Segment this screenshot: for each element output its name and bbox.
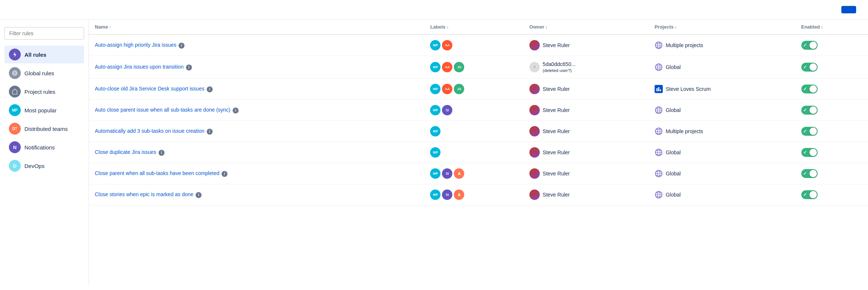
owner-info: Steve Ruler bbox=[529, 168, 643, 179]
label-avatars: MPAAJS bbox=[430, 84, 517, 94]
table-row: Auto-close old Jira Service Desk support… bbox=[89, 79, 868, 100]
table-row: Auto-assign Jira issues upon transitioni… bbox=[89, 56, 868, 79]
owner-info: ? 5da0ddc650...(deleted user?) bbox=[529, 61, 643, 73]
owner-cell: Steve Ruler bbox=[523, 79, 649, 100]
project-info: Multiple projects bbox=[655, 127, 789, 135]
projects-cell: Steve Loves Scrum bbox=[649, 79, 795, 100]
enabled-cell: ✓ bbox=[795, 79, 868, 100]
project-label: Global bbox=[666, 149, 681, 155]
project-info: Global bbox=[655, 191, 789, 199]
owner-info: Steve Ruler bbox=[529, 84, 643, 94]
owner-name: Steve Ruler bbox=[543, 107, 570, 113]
labels-cell: MPAAJS bbox=[424, 79, 523, 100]
owner-avatar bbox=[529, 168, 540, 179]
info-icon[interactable]: i bbox=[186, 65, 192, 70]
owner-name: Steve Ruler bbox=[543, 86, 570, 92]
globe-icon bbox=[655, 127, 663, 135]
sidebar-label-distributed-teams: Distributed teams bbox=[24, 126, 68, 132]
owner-cell: Steve Ruler bbox=[523, 121, 649, 142]
info-icon[interactable]: i bbox=[233, 108, 239, 113]
owner-cell: Steve Ruler bbox=[523, 34, 649, 56]
info-icon[interactable]: i bbox=[159, 150, 164, 156]
enabled-toggle[interactable]: ✓ bbox=[801, 106, 818, 115]
label-avatar-badge: AA bbox=[442, 84, 452, 94]
rule-link[interactable]: Close stories when epic is marked as don… bbox=[95, 191, 193, 197]
enabled-toggle[interactable]: ✓ bbox=[801, 85, 818, 93]
rule-link[interactable]: Auto close parent issue when all sub-tas… bbox=[95, 107, 230, 113]
enabled-toggle[interactable]: ✓ bbox=[801, 127, 818, 136]
rule-link[interactable]: Auto-close old Jira Service Desk support… bbox=[95, 86, 204, 92]
svg-point-29 bbox=[533, 129, 536, 132]
enabled-toggle[interactable]: ✓ bbox=[801, 41, 818, 50]
info-icon[interactable]: i bbox=[179, 43, 184, 49]
label-avatar-badge: MP bbox=[430, 84, 440, 94]
enabled-cell: ✓ bbox=[795, 184, 868, 205]
rule-link[interactable]: Automatically add 3 sub-tasks on issue c… bbox=[95, 128, 204, 134]
enabled-toggle[interactable]: ✓ bbox=[801, 169, 818, 178]
svg-point-51 bbox=[532, 195, 537, 198]
sidebar-item-global-rules[interactable]: Global rules bbox=[4, 64, 84, 82]
project-info: Global bbox=[655, 148, 789, 156]
col-header-enabled[interactable]: Enabled↕ bbox=[795, 20, 868, 34]
filter-rules-input[interactable] bbox=[4, 27, 84, 40]
svg-rect-20 bbox=[658, 87, 659, 91]
svg-point-22 bbox=[533, 108, 536, 111]
projects-cell: Global bbox=[649, 142, 795, 163]
rule-link[interactable]: Close parent when all sub-tasks have bee… bbox=[95, 170, 219, 176]
svg-point-17 bbox=[533, 87, 536, 90]
label-avatar-badge: MP bbox=[430, 126, 440, 136]
toggle-thumb bbox=[809, 191, 817, 198]
owner-info: Steve Ruler bbox=[529, 105, 643, 115]
info-icon[interactable]: i bbox=[207, 86, 213, 92]
project-info: Steve Loves Scrum bbox=[655, 85, 789, 93]
sidebar-item-project-rules[interactable]: Project rules bbox=[4, 83, 84, 100]
sidebar-item-distributed-teams[interactable]: DTDistributed teams bbox=[4, 120, 84, 138]
sidebar-label-devops: DevOps bbox=[24, 163, 44, 169]
enabled-cell: ✓ bbox=[795, 100, 868, 121]
label-avatar-badge: MP bbox=[430, 190, 440, 200]
create-rule-button[interactable] bbox=[841, 6, 856, 13]
owner-avatar bbox=[529, 105, 540, 115]
sidebar-item-notifications[interactable]: NNotifications bbox=[4, 138, 84, 156]
enabled-toggle[interactable]: ✓ bbox=[801, 190, 818, 199]
projects-cell: Multiple projects bbox=[649, 121, 795, 142]
col-header-name[interactable]: Name↑ bbox=[89, 20, 424, 34]
toggle-thumb bbox=[809, 149, 817, 156]
toggle-check-icon: ✓ bbox=[803, 43, 807, 48]
info-icon[interactable]: i bbox=[196, 192, 202, 198]
col-header-projects[interactable]: Projects↕ bbox=[649, 20, 795, 34]
enabled-cell: ✓ bbox=[795, 121, 868, 142]
label-avatar-badge: AA bbox=[442, 40, 452, 50]
sort-icon-labels: ↕ bbox=[447, 25, 449, 29]
enabled-toggle[interactable]: ✓ bbox=[801, 63, 818, 72]
project-label: Multiple projects bbox=[666, 128, 703, 134]
sidebar-item-devops[interactable]: DDevOps bbox=[4, 157, 84, 175]
enabled-toggle[interactable]: ✓ bbox=[801, 148, 818, 157]
project-label: Global bbox=[666, 64, 681, 70]
rule-link[interactable]: Close duplicate Jira issues bbox=[95, 149, 156, 155]
enabled-cell: ✓ bbox=[795, 142, 868, 163]
sidebar-label-all-rules: All rules bbox=[24, 52, 46, 58]
owner-cell: Steve Ruler bbox=[523, 100, 649, 121]
label-avatar-badge: MP bbox=[430, 147, 440, 158]
label-avatar-badge: SI bbox=[442, 168, 452, 179]
toggle-thumb bbox=[809, 42, 817, 49]
owner-info: Steve Ruler bbox=[529, 190, 643, 200]
rules-table: Name↑Labels↕Owner↕Projects↕Enabled↕ Auto… bbox=[89, 20, 868, 205]
rule-link[interactable]: Auto-assign high priority Jira issues bbox=[95, 42, 176, 48]
sidebar-item-all-rules[interactable]: All rules bbox=[4, 46, 84, 63]
col-header-owner[interactable]: Owner↕ bbox=[523, 20, 649, 34]
sidebar-item-most-popular[interactable]: MPMost popular bbox=[4, 101, 84, 119]
labels-cell: MP bbox=[424, 142, 523, 163]
rule-link[interactable]: Auto-assign Jira issues upon transition bbox=[95, 64, 184, 70]
toggle-check-icon: ✓ bbox=[803, 108, 807, 113]
svg-point-23 bbox=[532, 111, 537, 113]
labels-cell: MP bbox=[424, 121, 523, 142]
col-header-labels[interactable]: Labels↕ bbox=[424, 20, 523, 34]
rule-name-cell: Auto close parent issue when all sub-tas… bbox=[89, 100, 424, 121]
info-icon[interactable]: i bbox=[222, 171, 227, 177]
toggle-thumb bbox=[809, 128, 817, 135]
info-icon[interactable]: i bbox=[207, 129, 213, 135]
svg-point-6 bbox=[532, 46, 537, 49]
toggle-check-icon: ✓ bbox=[803, 192, 807, 197]
